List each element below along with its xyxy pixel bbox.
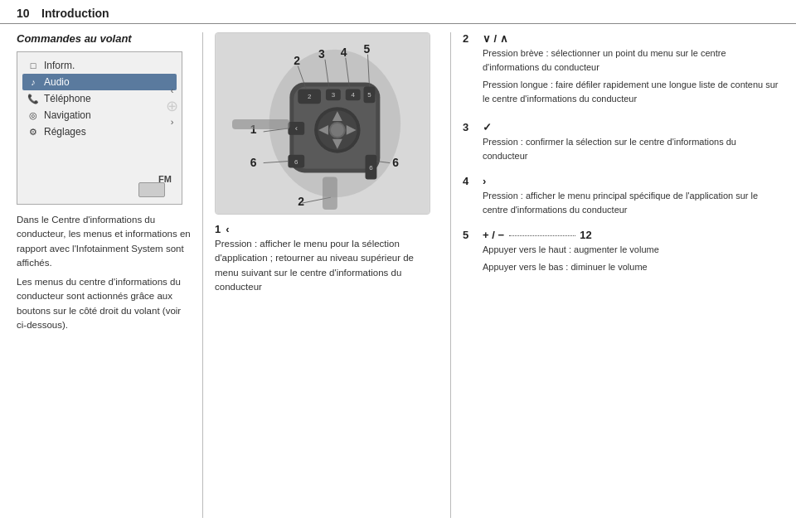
- item-2-text: Pression brève : sélectionner un point d…: [483, 46, 779, 106]
- svg-rect-43: [323, 177, 337, 210]
- item-4-text: Pression : afficher le menu principal sp…: [483, 189, 779, 217]
- svg-text:2: 2: [298, 195, 304, 208]
- column-1: Commandes au volant □ Inform. ♪ Audio 📞 …: [17, 32, 191, 518]
- item-5-symbol: + / − 12: [483, 229, 779, 241]
- menu-item-inform-label: Inform.: [44, 60, 75, 71]
- item-3-symbol: ✓: [483, 121, 779, 133]
- col3-item-5: 5 + / − 12 Appuyer vers le haut : augmen…: [463, 229, 779, 278]
- col1-desc-1: Dans le Centre d'informations du conduct…: [17, 213, 191, 270]
- col2-item-1: 1 ‹ Pression : afficher le menu pour la …: [215, 223, 439, 294]
- svg-text:2: 2: [308, 93, 311, 100]
- svg-text:3: 3: [318, 47, 325, 60]
- svg-text:2: 2: [294, 54, 300, 67]
- svg-text:6: 6: [250, 156, 257, 169]
- item-2-symbol: ∨ / ∧: [483, 32, 779, 45]
- section-title: Commandes au volant: [17, 32, 191, 45]
- col3-item-4: 4 › Pression : afficher le menu principa…: [463, 175, 779, 217]
- item-4-content: › Pression : afficher le menu principal …: [483, 175, 779, 217]
- item-5-text-1: Appuyer vers le haut : augmenter le volu…: [483, 243, 779, 257]
- menu-item-navigation-label: Navigation: [44, 109, 91, 121]
- item-3-text: Pression : confirmer la sélection sur le…: [483, 135, 779, 163]
- reglages-icon: ⚙: [27, 126, 39, 138]
- item-1-text: Pression : afficher le menu pour la séle…: [215, 237, 439, 294]
- svg-text:‹: ‹: [295, 123, 298, 133]
- menu-item-audio: ♪ Audio: [22, 74, 177, 90]
- item-4-symbol: ›: [483, 175, 779, 187]
- menu-item-reglages-label: Réglages: [44, 126, 86, 138]
- page-header: 10 Introduction: [0, 0, 796, 24]
- nav-center-symbol: ⊕: [166, 97, 178, 115]
- item-1-symbol: ‹: [226, 223, 229, 235]
- svg-text:4: 4: [341, 46, 347, 59]
- steering-wheel-image: 2 3 4 5 ‹ 6 6 1: [215, 32, 430, 215]
- column-divider-2: [450, 32, 451, 518]
- page-number: 10: [17, 7, 41, 20]
- telephone-icon: 📞: [27, 93, 39, 104]
- sub-screen: [138, 182, 165, 197]
- svg-text:6: 6: [369, 164, 373, 172]
- menu-item-audio-label: Audio: [44, 76, 70, 88]
- page-title: Introduction: [41, 7, 779, 20]
- item-3-num: 3: [463, 121, 478, 163]
- item-2-num: 2: [463, 32, 478, 109]
- dotted-line: [509, 235, 575, 236]
- svg-text:5: 5: [367, 91, 371, 99]
- column-2: 2 3 4 5 ‹ 6 6 1: [215, 32, 439, 518]
- audio-icon: ♪: [27, 76, 39, 88]
- column-divider-1: [202, 32, 203, 518]
- svg-text:6: 6: [294, 158, 298, 166]
- svg-text:3: 3: [332, 91, 336, 99]
- main-content: Commandes au volant □ Inform. ♪ Audio 📞 …: [0, 24, 796, 526]
- item-5-content: + / − 12 Appuyer vers le haut : augmente…: [483, 229, 779, 278]
- menu-item-navigation: ◎ Navigation: [22, 107, 177, 123]
- item-1-num: 1: [215, 223, 221, 235]
- item-2-text-2: Pression longue : faire défiler rapideme…: [483, 78, 779, 106]
- svg-text:6: 6: [392, 156, 399, 169]
- col3-item-3: 3 ✓ Pression : confirmer la sélection su…: [463, 121, 779, 163]
- item-3-content: ✓ Pression : confirmer la sélection sur …: [483, 121, 779, 163]
- menu-item-reglages: ⚙ Réglages: [22, 123, 177, 140]
- menu-screenshot: □ Inform. ♪ Audio 📞 Téléphone ◎ Navigati…: [17, 51, 182, 205]
- svg-text:4: 4: [351, 91, 355, 99]
- col1-description: Dans le Centre d'informations du conduct…: [17, 213, 191, 332]
- navigation-icon: ◎: [27, 109, 39, 121]
- col1-desc-2: Les menus du centre d'informations du co…: [17, 275, 191, 332]
- col3-item-2: 2 ∨ / ∧ Pression brève : sélectionner un…: [463, 32, 779, 109]
- svg-text:5: 5: [364, 42, 371, 56]
- item-4-num: 4: [463, 175, 478, 217]
- menu-list: □ Inform. ♪ Audio 📞 Téléphone ◎ Navigati…: [17, 52, 182, 145]
- inform-icon: □: [27, 60, 39, 71]
- item-5-text-2: Appuyer vers le bas : diminuer le volume: [483, 260, 779, 274]
- menu-nav-arrows: ‹ ⊕ ›: [166, 85, 182, 127]
- column-3: 2 ∨ / ∧ Pression brève : sélectionner un…: [463, 32, 779, 518]
- menu-item-telephone-label: Téléphone: [44, 93, 91, 104]
- item-5-num: 5: [463, 229, 478, 278]
- item-2-content: ∨ / ∧ Pression brève : sélectionner un p…: [483, 32, 779, 109]
- menu-item-inform: □ Inform.: [22, 57, 177, 74]
- svg-rect-42: [232, 119, 289, 129]
- item-5-text: Appuyer vers le haut : augmenter le volu…: [483, 243, 779, 274]
- menu-item-telephone: 📞 Téléphone: [22, 90, 177, 107]
- steering-wheel-svg: 2 3 4 5 ‹ 6 6 1: [216, 33, 430, 214]
- col2-item-1-row: 1 ‹: [215, 223, 439, 235]
- nav-arrow-left: ‹: [171, 85, 174, 95]
- item-2-text-1: Pression brève : sélectionner un point d…: [483, 46, 779, 75]
- nav-arrow-right: ›: [171, 117, 174, 127]
- svg-point-11: [331, 123, 344, 137]
